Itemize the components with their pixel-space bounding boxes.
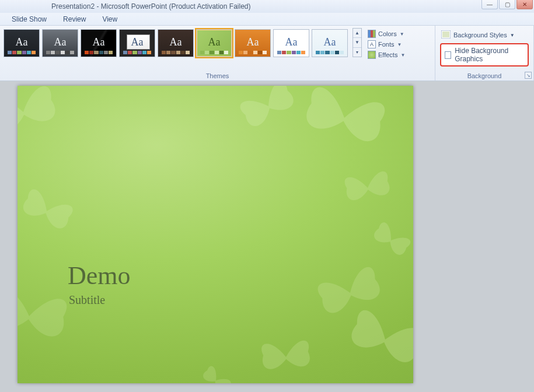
colors-label: Colors: [378, 30, 397, 37]
effects-icon: [368, 51, 376, 59]
tab-view[interactable]: View: [94, 13, 125, 25]
chevron-down-icon: ▼: [400, 52, 405, 58]
theme-thumb-3[interactable]: Aa: [81, 29, 117, 57]
checkbox-icon: [445, 51, 451, 59]
chevron-down-icon: ▼: [510, 33, 515, 38]
theme-options: Colors ▼ A Fonts ▼ Effects ▼: [365, 28, 407, 60]
theme-gallery: Aa Aa Aa Aa Aa: [2, 28, 349, 58]
theme-thumb-9[interactable]: Aa: [312, 29, 348, 57]
theme-thumb-4[interactable]: Aa: [119, 29, 155, 57]
theme-aa: Aa: [16, 37, 28, 47]
gallery-down-button[interactable]: ▼: [353, 38, 361, 47]
title-bar: Presentation2 - Microsoft PowerPoint (Pr…: [0, 0, 534, 13]
colors-icon: [368, 30, 376, 38]
chevron-down-icon: ▼: [400, 32, 404, 37]
maximize-button[interactable]: ▢: [499, 0, 515, 9]
background-dialog-launcher[interactable]: ↘: [525, 72, 532, 79]
gallery-up-button[interactable]: ▲: [353, 29, 361, 38]
window-controls: — ▢ ✕: [481, 0, 533, 9]
theme-aa: Aa: [285, 37, 298, 47]
effects-label: Effects: [378, 51, 397, 58]
theme-thumb-2[interactable]: Aa: [42, 29, 78, 57]
fonts-icon: A: [368, 40, 376, 48]
theme-effects-button[interactable]: Effects ▼: [365, 50, 407, 60]
group-label-themes: Themes: [2, 72, 432, 80]
slide-subtitle[interactable]: Subtitle: [69, 293, 105, 307]
minimize-button[interactable]: —: [481, 0, 498, 9]
theme-aa: Aa: [208, 37, 221, 47]
background-styles-button[interactable]: Background Styles ▼: [440, 29, 529, 41]
theme-aa: Aa: [54, 37, 67, 47]
group-themes: Aa Aa Aa Aa Aa: [0, 26, 435, 80]
chevron-down-icon: ▼: [397, 42, 402, 47]
background-styles-label: Background Styles: [453, 32, 507, 38]
close-button[interactable]: ✕: [516, 0, 533, 9]
tab-review[interactable]: Review: [55, 13, 94, 25]
theme-fonts-button[interactable]: A Fonts ▼: [365, 40, 407, 49]
theme-gallery-scroll: ▲ ▼ ▾: [352, 28, 362, 57]
theme-thumb-8[interactable]: Aa: [273, 29, 309, 57]
theme-thumb-7[interactable]: Aa: [235, 29, 271, 57]
theme-aa: Aa: [93, 37, 105, 47]
fonts-label: Fonts: [378, 41, 395, 48]
theme-thumb-1[interactable]: Aa: [4, 29, 40, 57]
theme-thumb-5[interactable]: Aa: [158, 29, 194, 57]
gallery-more-button[interactable]: ▾: [353, 48, 361, 57]
slide-canvas[interactable]: Demo Subtitle: [18, 86, 413, 383]
svg-rect-1: [442, 32, 449, 37]
window-title: Presentation2 - Microsoft PowerPoint (Pr…: [2, 2, 250, 10]
slide-workspace: Demo Subtitle: [0, 81, 534, 392]
theme-thumb-6-selected[interactable]: Aa: [196, 29, 232, 57]
slide-title[interactable]: Demo: [68, 261, 131, 290]
theme-aa: Aa: [324, 37, 336, 47]
ribbon-tabs: Slide Show Review View: [0, 13, 534, 26]
group-background: Background Styles ▼ Hide Background Grap…: [435, 26, 534, 80]
theme-aa: Aa: [247, 37, 259, 47]
theme-aa: Aa: [131, 37, 144, 47]
theme-colors-button[interactable]: Colors ▼: [365, 29, 407, 38]
group-label-background: Background: [438, 72, 531, 80]
tab-slide-show[interactable]: Slide Show: [4, 13, 55, 25]
hide-background-graphics-checkbox[interactable]: Hide Background Graphics: [440, 43, 529, 66]
background-styles-icon: [441, 30, 451, 40]
ribbon: Aa Aa Aa Aa Aa: [0, 26, 534, 81]
theme-aa: Aa: [170, 37, 182, 47]
hide-background-label: Hide Background Graphics: [455, 47, 524, 63]
